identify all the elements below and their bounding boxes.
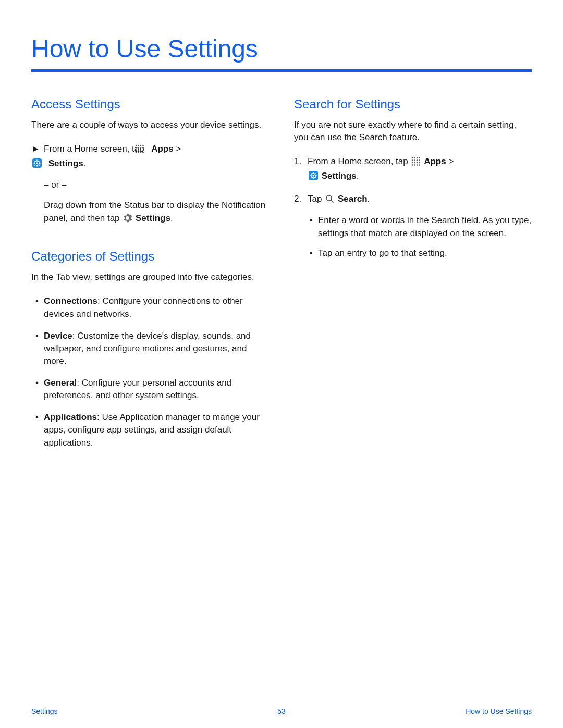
search-settings-heading: Search for Settings	[294, 97, 532, 112]
category-desc: : Customize the device's display, sounds…	[44, 331, 251, 366]
apps-label: Apps	[424, 156, 446, 166]
svg-line-26	[39, 161, 39, 161]
apps-grid-icon	[411, 157, 420, 170]
svg-line-52	[311, 177, 311, 178]
svg-point-37	[417, 162, 418, 164]
svg-point-39	[412, 164, 413, 166]
or-separator: – or –	[31, 179, 269, 192]
svg-line-25	[34, 165, 35, 165]
svg-point-15	[143, 152, 144, 153]
svg-point-30	[419, 157, 421, 159]
svg-line-24	[39, 165, 39, 165]
list-item: Device: Customize the device's display, …	[31, 330, 269, 367]
svg-point-14	[140, 152, 142, 153]
categories-intro: In the Tab view, settings are grouped in…	[31, 271, 269, 283]
svg-point-40	[414, 164, 416, 166]
access-step-prefix: From a Home screen, tap	[44, 144, 146, 154]
apps-label: Apps	[151, 144, 174, 154]
categories-heading: Categories of Settings	[31, 249, 269, 264]
gt-separator: >	[446, 156, 454, 166]
search-sub-list: Enter a word or words in the Search fiel…	[308, 214, 532, 260]
settings-gear-icon	[309, 171, 318, 184]
svg-point-5	[138, 147, 140, 149]
category-name: General	[44, 378, 77, 388]
list-item: Tap an entry to go to that setting.	[308, 247, 532, 260]
category-name: Applications	[44, 412, 97, 422]
svg-point-0	[136, 145, 137, 146]
gt-separator: >	[174, 144, 181, 154]
list-item: Connections: Configure your connections …	[31, 295, 269, 320]
svg-point-27	[412, 157, 413, 159]
category-name: Device	[44, 331, 72, 341]
svg-point-41	[417, 164, 418, 166]
svg-line-23	[34, 161, 35, 161]
gear-icon	[123, 214, 132, 227]
svg-point-36	[414, 162, 416, 164]
list-item: Tap Search. Enter a word or words in the…	[294, 193, 532, 261]
svg-point-4	[136, 147, 137, 149]
svg-point-2	[140, 145, 142, 146]
access-step-line: ►From a Home screen, tap Apps > Settings…	[31, 143, 269, 171]
access-settings-steps: ►From a Home screen, tap Apps > Settings…	[31, 143, 269, 226]
step1-prefix: From a Home screen, tap	[308, 156, 410, 166]
right-column: Search for Settings If you are not sure …	[294, 97, 532, 459]
svg-point-31	[412, 159, 413, 161]
settings-label: Settings	[322, 171, 357, 181]
period: .	[83, 158, 86, 168]
list-item: General: Configure your personal account…	[31, 377, 269, 402]
svg-line-51	[315, 177, 315, 178]
access-settings-heading: Access Settings	[31, 97, 269, 112]
page-footer: Settings 53 How to Use Settings	[0, 707, 563, 715]
svg-point-34	[419, 159, 421, 161]
svg-point-42	[419, 164, 421, 166]
search-settings-intro: If you are not sure exactly where to fin…	[294, 119, 532, 144]
footer-right: How to Use Settings	[466, 707, 532, 715]
svg-point-3	[143, 145, 144, 146]
svg-point-9	[138, 150, 140, 151]
drag-settings-label: Settings	[136, 213, 170, 223]
svg-point-7	[143, 147, 144, 149]
svg-point-10	[140, 150, 142, 151]
period: .	[170, 213, 173, 223]
svg-point-6	[140, 147, 142, 149]
list-item: Enter a word or words in the Search fiel…	[308, 214, 532, 240]
svg-point-1	[138, 145, 140, 146]
svg-point-32	[414, 159, 416, 161]
footer-left: Settings	[31, 707, 58, 715]
list-item: From a Home screen, tap Apps > Settings.	[294, 155, 532, 184]
svg-point-38	[419, 162, 421, 164]
page-title: How to Use Settings	[31, 34, 532, 63]
svg-line-53	[315, 173, 315, 174]
search-icon	[325, 194, 334, 207]
list-item: Applications: Use Application manager to…	[31, 411, 269, 449]
footer-page-number: 53	[277, 707, 286, 715]
svg-point-35	[412, 162, 413, 164]
svg-line-50	[311, 173, 311, 174]
svg-point-12	[136, 152, 137, 153]
svg-point-28	[414, 157, 416, 159]
access-settings-intro: There are a couple of ways to access you…	[31, 119, 269, 131]
svg-point-8	[136, 150, 137, 151]
svg-point-29	[417, 157, 418, 159]
svg-point-11	[143, 150, 144, 151]
period: .	[357, 171, 359, 181]
svg-point-13	[138, 152, 140, 153]
svg-line-55	[331, 200, 333, 202]
access-drag-line: Drag down from the Status bar to display…	[31, 199, 269, 226]
svg-point-45	[312, 175, 314, 176]
content-columns: Access Settings There are a couple of wa…	[31, 97, 532, 459]
arrow-marker-icon: ►	[31, 143, 44, 156]
step2-prefix: Tap	[308, 194, 324, 204]
title-rule	[31, 69, 532, 72]
period: .	[368, 194, 370, 204]
left-column: Access Settings There are a couple of wa…	[31, 97, 269, 459]
svg-point-18	[36, 162, 38, 164]
category-name: Connections	[44, 296, 97, 306]
svg-point-33	[417, 159, 418, 161]
search-label: Search	[338, 194, 368, 204]
search-steps: From a Home screen, tap Apps > Settings.…	[294, 155, 532, 260]
settings-label: Settings	[48, 158, 83, 168]
categories-list: Connections: Configure your connections …	[31, 295, 269, 449]
